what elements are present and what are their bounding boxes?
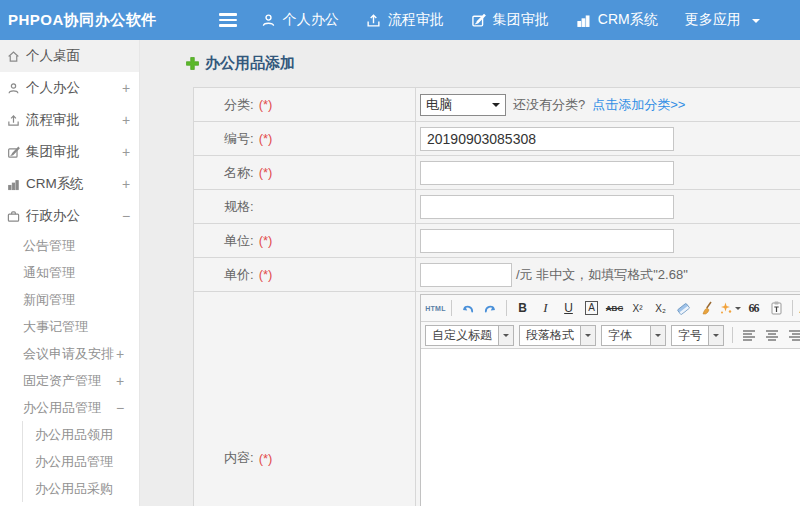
- page-title-row: 办公用品添加: [186, 53, 800, 73]
- sidebar-item-desktop[interactable]: 个人桌面: [0, 40, 139, 72]
- paragraph-format-dropdown[interactable]: 段落格式: [519, 325, 596, 346]
- align-right-button[interactable]: [784, 325, 800, 346]
- name-label: 名称:: [224, 164, 254, 182]
- sidebar-item-process-approval[interactable]: 流程审批 +: [0, 104, 139, 136]
- superscript-button[interactable]: X²: [627, 298, 648, 319]
- form-row-category: 分类: (*) 电脑 还没有分类? 点击添加分类>>: [194, 88, 800, 122]
- redo-icon: [483, 301, 498, 315]
- office-supplies-submenu: 办公用品领用 办公用品管理 办公用品采购: [22, 421, 139, 502]
- caret-down-icon: [713, 334, 719, 340]
- top-nav: 个人办公 流程审批 集团审批 CRM系统 更多应用: [261, 11, 760, 29]
- expander[interactable]: +: [119, 176, 133, 192]
- sidebar-item-admin-office[interactable]: 行政办公 −: [0, 200, 139, 232]
- remove-format-button[interactable]: [673, 298, 694, 319]
- price-label: 单价:: [224, 266, 254, 284]
- sidebar-subitem-meetings[interactable]: 会议申请及安排 +: [0, 340, 139, 367]
- expander[interactable]: +: [119, 80, 133, 96]
- sidebar-item-group-approval[interactable]: 集团审批 +: [0, 136, 139, 168]
- align-right-icon: [788, 329, 800, 342]
- unit-input[interactable]: [420, 229, 674, 253]
- expander[interactable]: −: [113, 400, 127, 416]
- spec-input[interactable]: [420, 195, 674, 219]
- unit-label: 单位:: [224, 232, 254, 250]
- expander[interactable]: −: [119, 208, 133, 224]
- html-source-button[interactable]: HTML: [425, 298, 446, 319]
- menu-toggle-button[interactable]: [219, 13, 237, 27]
- topnav-item-group-approval[interactable]: 集团审批: [471, 11, 549, 29]
- spec-label: 规格:: [224, 198, 254, 216]
- custom-title-dropdown[interactable]: 自定义标题: [425, 325, 514, 346]
- category-hint: 还没有分类?: [513, 96, 585, 114]
- eraser-icon: [676, 301, 691, 315]
- required-mark: (*): [259, 233, 273, 248]
- underline-button[interactable]: U: [558, 298, 579, 319]
- format-painter-button[interactable]: [696, 298, 717, 319]
- topnav-item-process-approval[interactable]: 流程审批: [366, 11, 444, 29]
- briefcase-icon: [7, 210, 20, 223]
- caret-down-icon: [655, 334, 661, 340]
- sidebar-item-crm[interactable]: CRM系统 +: [0, 168, 139, 200]
- sidebar-subitem-fixed-assets[interactable]: 固定资产管理 +: [0, 367, 139, 394]
- topnav-item-crm[interactable]: CRM系统: [576, 11, 658, 29]
- form-row-unit: 单位: (*): [194, 224, 800, 258]
- topbar: PHPOA协同办公软件 个人办公 流程审批 集团审批 CRM系统 更多应用: [0, 0, 800, 40]
- sidebar-subitem-memorabilia[interactable]: 大事记管理: [0, 313, 139, 340]
- form-row-name: 名称: (*): [194, 156, 800, 190]
- home-icon: [7, 50, 20, 63]
- user-icon: [7, 82, 20, 95]
- expander[interactable]: +: [113, 346, 127, 362]
- undo-icon: [460, 301, 475, 315]
- sidebar-subitem-supplies-claim[interactable]: 办公用品领用: [23, 421, 139, 448]
- paste-word-button[interactable]: [766, 298, 787, 319]
- caret-down-icon: [503, 334, 509, 340]
- main-content: 办公用品添加 分类: (*) 电脑 还没有分类? 点击添加分类>> 编号: (*…: [140, 40, 800, 506]
- align-center-icon: [765, 329, 779, 342]
- user-icon: [261, 13, 276, 28]
- clipboard-icon: [770, 301, 783, 315]
- sidebar-subitem-announcements[interactable]: 公告管理: [0, 232, 139, 259]
- chart-icon: [576, 13, 591, 28]
- font-family-dropdown[interactable]: 字体: [601, 325, 666, 346]
- caret-down-icon: [585, 334, 591, 340]
- sn-label: 编号:: [224, 130, 254, 148]
- align-center-button[interactable]: [761, 325, 782, 346]
- add-category-link[interactable]: 点击添加分类>>: [592, 96, 685, 114]
- sidebar-subitem-notices[interactable]: 通知管理: [0, 259, 139, 286]
- font-border-button[interactable]: A: [581, 298, 602, 319]
- font-size-dropdown[interactable]: 字号: [671, 325, 724, 346]
- italic-button[interactable]: I: [535, 298, 556, 319]
- price-input[interactable]: [420, 263, 512, 287]
- editor-content[interactable]: [421, 349, 800, 506]
- expander[interactable]: +: [113, 373, 127, 389]
- name-input[interactable]: [420, 161, 674, 185]
- edit-icon: [471, 13, 486, 28]
- supplies-form: 分类: (*) 电脑 还没有分类? 点击添加分类>> 编号: (*): [193, 87, 800, 506]
- add-icon: [186, 57, 199, 70]
- expander[interactable]: +: [119, 112, 133, 128]
- sidebar-subitem-news[interactable]: 新闻管理: [0, 286, 139, 313]
- align-left-button[interactable]: [738, 325, 759, 346]
- sidebar-subitem-supplies-manage[interactable]: 办公用品管理: [23, 448, 139, 475]
- strikethrough-button[interactable]: ABC: [604, 298, 625, 319]
- category-select[interactable]: 电脑: [420, 94, 506, 116]
- rich-text-editor: HTML B I U A ABC X²: [420, 294, 800, 506]
- subscript-button[interactable]: X₂: [650, 298, 671, 319]
- price-suffix: /元 非中文，如填写格式"2.68": [516, 266, 688, 284]
- bold-button[interactable]: B: [512, 298, 533, 319]
- sn-input[interactable]: [420, 127, 674, 151]
- redo-button[interactable]: [480, 298, 501, 319]
- blockquote-button[interactable]: 66: [743, 298, 764, 319]
- form-row-spec: 规格:: [194, 190, 800, 224]
- auto-format-button[interactable]: [719, 298, 741, 319]
- topnav-item-more-apps[interactable]: 更多应用: [685, 11, 760, 29]
- sidebar-subitem-office-supplies[interactable]: 办公用品管理 −: [0, 394, 139, 421]
- required-mark: (*): [259, 165, 273, 180]
- required-mark: (*): [259, 451, 273, 466]
- editor-toolbar-row2: 自定义标题 段落格式 字体 字号: [421, 322, 800, 349]
- expander[interactable]: +: [119, 144, 133, 160]
- sidebar-subitem-supplies-purchase[interactable]: 办公用品采购: [23, 475, 139, 502]
- category-label: 分类:: [224, 96, 254, 114]
- undo-button[interactable]: [457, 298, 478, 319]
- topnav-item-personal-office[interactable]: 个人办公: [261, 11, 339, 29]
- sidebar-item-personal-office[interactable]: 个人办公 +: [0, 72, 139, 104]
